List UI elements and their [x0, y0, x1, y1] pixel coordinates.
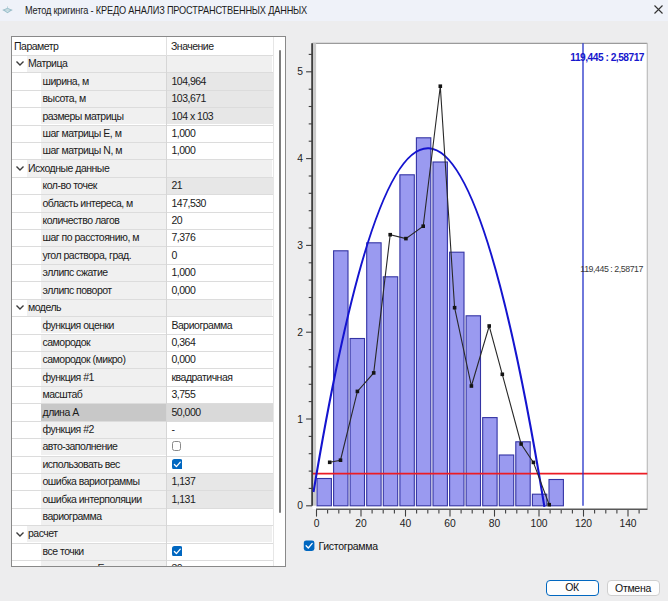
svg-text:2: 2: [297, 327, 303, 338]
svg-text:40: 40: [400, 518, 412, 529]
svg-text:4: 4: [297, 153, 303, 164]
svg-text:140: 140: [619, 518, 636, 529]
svg-text:1: 1: [297, 414, 303, 425]
svg-text:119,445 : 2,58717: 119,445 : 2,58717: [570, 52, 644, 63]
svg-text:20: 20: [355, 518, 367, 529]
svg-text:100: 100: [530, 518, 547, 529]
svg-text:Гистограмма: Гистограмма: [319, 540, 379, 552]
svg-text:3: 3: [297, 240, 303, 251]
svg-text:80: 80: [489, 518, 501, 529]
svg-text:120: 120: [575, 518, 592, 529]
svg-text:60: 60: [444, 518, 456, 529]
svg-text:0: 0: [314, 518, 320, 529]
svg-text:5: 5: [297, 66, 303, 77]
svg-text:119,445 : 2,58717: 119,445 : 2,58717: [580, 264, 643, 274]
svg-text:0: 0: [297, 500, 303, 511]
